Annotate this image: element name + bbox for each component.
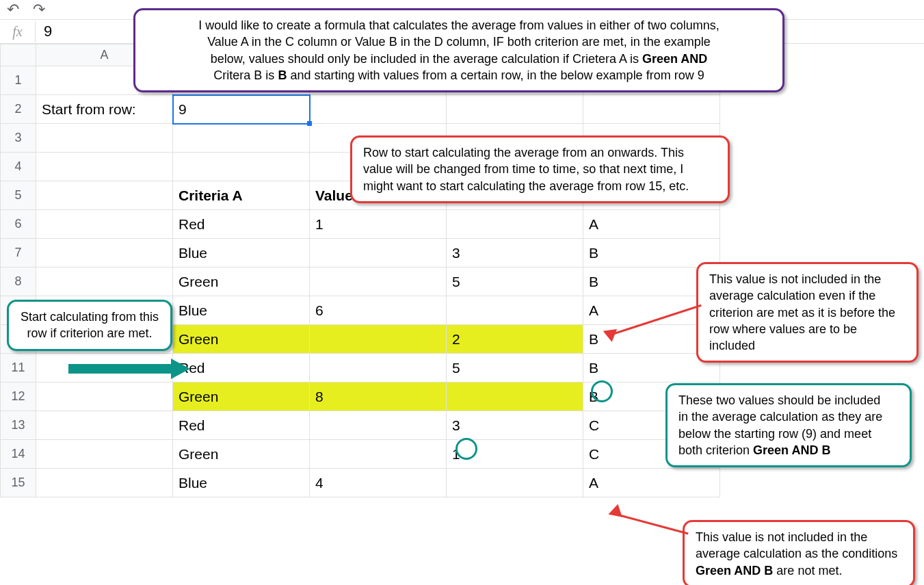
cell-b7[interactable]: Blue <box>173 239 310 268</box>
text: both criterion Green AND B <box>678 442 899 458</box>
cell-c9[interactable]: 6 <box>310 296 447 325</box>
cell-b5[interactable]: Criteria A <box>173 181 310 210</box>
cell-c11[interactable] <box>310 354 447 382</box>
cell-a2[interactable]: Start from row: <box>36 95 173 124</box>
text: Green AND B are not met. <box>696 562 902 579</box>
text: This value is not included in the <box>709 271 906 287</box>
cell[interactable] <box>173 153 310 181</box>
cell-d13[interactable]: 3 <box>447 411 583 440</box>
arrowhead-red-icon <box>606 504 622 521</box>
cell-d9[interactable] <box>447 296 583 325</box>
cell[interactable] <box>447 95 583 124</box>
cell[interactable] <box>36 469 173 497</box>
text: I would like to create a formula that ca… <box>146 17 771 34</box>
text: in the average calculation as they are <box>678 408 899 425</box>
row-header[interactable]: 6 <box>1 210 36 239</box>
arrow-teal-icon <box>68 364 171 374</box>
text: value will be changed from time to time,… <box>363 161 717 177</box>
text: These two values should be included <box>678 392 899 408</box>
text: Value A in the C column or Value B in th… <box>146 34 771 50</box>
text: below the starting row (9) and meet <box>678 426 899 442</box>
row-header[interactable]: 12 <box>1 382 36 411</box>
text: This value is not included in the <box>696 529 902 545</box>
undo-icon[interactable]: ↶ <box>7 1 19 18</box>
cell[interactable] <box>310 95 447 124</box>
callout-included: These two values should be included in t… <box>665 383 912 467</box>
cell[interactable] <box>36 181 173 210</box>
row-header[interactable]: 14 <box>1 440 36 469</box>
fx-label: fx <box>0 21 36 42</box>
row-header[interactable]: 2 <box>1 95 36 124</box>
cell-d10[interactable]: 2 <box>447 325 583 354</box>
text: Start calculating from this <box>20 309 159 325</box>
cell[interactable] <box>583 95 720 124</box>
text: below, values should only be included in… <box>146 51 771 67</box>
text: row if criterion are met. <box>20 325 159 341</box>
row-header[interactable]: 1 <box>1 66 36 95</box>
row-header[interactable]: 4 <box>1 153 36 181</box>
callout-start-calc: Start calculating from this row if crite… <box>7 300 172 351</box>
cell-d12[interactable] <box>447 382 583 411</box>
cell-b8[interactable]: Green <box>173 268 310 296</box>
cell-c14[interactable] <box>310 440 447 469</box>
text: criterion are met as it is before the <box>709 304 906 321</box>
cell[interactable] <box>36 239 173 268</box>
text: Row to start calculating the average fro… <box>363 144 717 161</box>
cell-d7[interactable]: 3 <box>447 239 583 268</box>
cell-c8[interactable] <box>310 268 447 296</box>
arrow-line-icon <box>616 513 689 534</box>
cell-d8[interactable]: 5 <box>447 268 583 296</box>
row-header[interactable]: 3 <box>1 124 36 153</box>
callout-excluded-before: This value is not included in the averag… <box>696 262 919 363</box>
cell-d14[interactable]: 1 <box>447 440 583 469</box>
cell[interactable] <box>173 124 310 153</box>
cell[interactable] <box>36 382 173 411</box>
cell[interactable] <box>36 210 173 239</box>
callout-top-explain: I would like to create a formula that ca… <box>133 8 784 92</box>
cell-e15[interactable]: A <box>583 469 720 497</box>
callout-start-row: Row to start calculating the average fro… <box>350 135 730 203</box>
cell[interactable] <box>36 153 173 181</box>
cell[interactable] <box>36 411 173 440</box>
cell-d6[interactable] <box>447 210 583 239</box>
cell-e6[interactable]: A <box>583 210 720 239</box>
text: Critera B is B and starting with values … <box>146 67 771 83</box>
redo-icon[interactable]: ↷ <box>33 1 45 18</box>
cell-d11[interactable]: 5 <box>447 354 583 382</box>
cell-b14[interactable]: Green <box>173 440 310 469</box>
cell-c7[interactable] <box>310 239 447 268</box>
cell-b6[interactable]: Red <box>173 210 310 239</box>
cell-b9[interactable]: Blue <box>173 296 310 325</box>
cell[interactable] <box>36 440 173 469</box>
cell-c6[interactable]: 1 <box>310 210 447 239</box>
row-header[interactable]: 5 <box>1 181 36 210</box>
row-header[interactable]: 13 <box>1 411 36 440</box>
cell-b11[interactable]: Red <box>173 354 310 382</box>
cell[interactable] <box>36 124 173 153</box>
cell-b10[interactable]: Green <box>173 325 310 354</box>
cell-c15[interactable]: 4 <box>310 469 447 497</box>
text: average calculation as the conditions <box>696 545 902 562</box>
cell-b2[interactable]: 9 <box>173 95 310 124</box>
row-header[interactable]: 11 <box>1 354 36 382</box>
grid[interactable]: A B C D E 1 2 Start from row: 9 3 4 5 Cr… <box>0 44 720 497</box>
callout-excluded-criteria: This value is not included in the averag… <box>683 520 915 585</box>
cell-e7[interactable]: B <box>583 239 720 268</box>
row-header[interactable]: 7 <box>1 239 36 268</box>
row-header[interactable]: 8 <box>1 268 36 296</box>
row-header[interactable]: 15 <box>1 469 36 497</box>
cell-c12[interactable]: 8 <box>310 382 447 411</box>
arrowhead-teal-icon <box>171 359 190 379</box>
select-all-corner[interactable] <box>1 44 36 66</box>
cell-d15[interactable] <box>447 469 583 497</box>
cell-c10[interactable] <box>310 325 447 354</box>
text: row where values are to be included <box>709 321 906 354</box>
text: might want to start calculating the aver… <box>363 178 717 194</box>
cell-b13[interactable]: Red <box>173 411 310 440</box>
cell-b15[interactable]: Blue <box>173 469 310 497</box>
cell[interactable] <box>36 268 173 296</box>
cell-c13[interactable] <box>310 411 447 440</box>
cell-b12[interactable]: Green <box>173 382 310 411</box>
text: average calculation even if the <box>709 287 906 304</box>
